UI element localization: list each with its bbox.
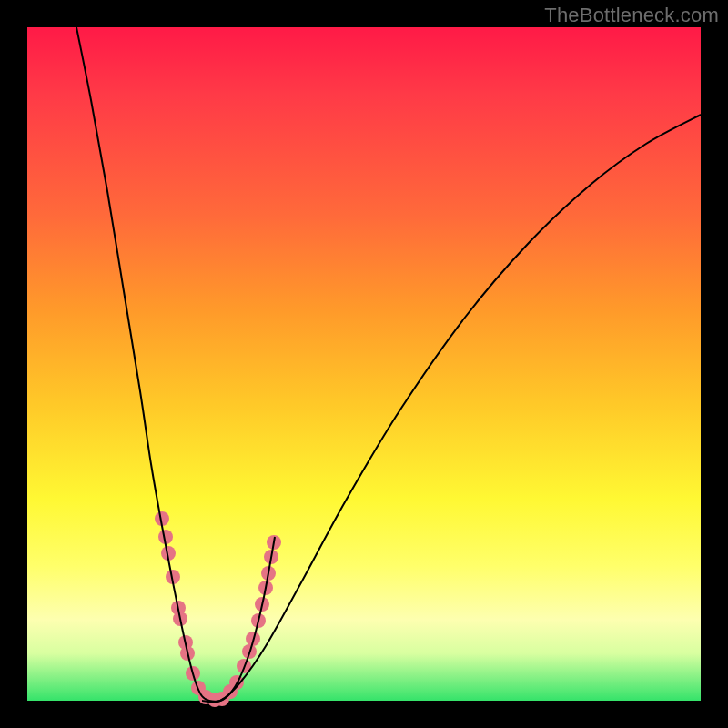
curves-svg xyxy=(27,27,701,701)
chart-frame: TheBottleneck.com xyxy=(0,0,728,728)
beads-group xyxy=(155,511,281,707)
left-branch-curve xyxy=(76,27,275,702)
right-branch-curve xyxy=(202,115,701,702)
watermark-text: TheBottleneck.com xyxy=(544,4,719,27)
plot-area xyxy=(27,27,701,701)
